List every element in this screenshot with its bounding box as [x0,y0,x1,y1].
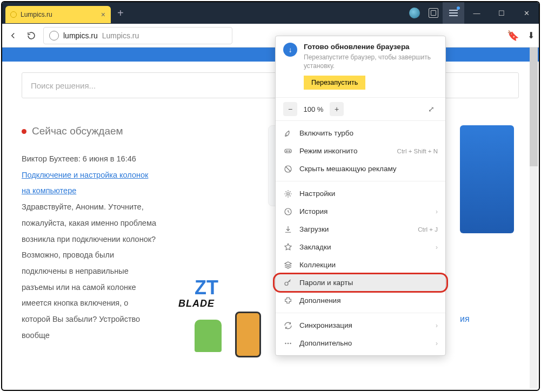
new-tab-button[interactable]: + [117,7,124,19]
zoom-row: − 100 % + ⤢ [276,98,445,121]
star-icon [283,242,293,252]
svg-point-7 [285,343,286,344]
chevron-right-icon: › [436,244,438,251]
search-placeholder: Поиск решения... [31,81,96,90]
maximize-button[interactable]: ☐ [489,2,514,24]
key-icon [283,278,293,288]
logo-text: ZT [195,276,218,299]
menu-item-addons[interactable]: Дополнения [276,292,445,309]
comment-author: Виктор Бухтеев: 6 июня в 16:46 [22,151,157,167]
address-host: lumpics.ru [63,31,98,40]
tab-title: Lumpics.ru [21,11,52,18]
zoom-in-button[interactable]: + [330,102,344,116]
menu-item-settings[interactable]: Настройки [276,185,445,202]
chevron-right-icon: › [436,322,438,329]
svg-rect-0 [285,149,291,153]
svg-point-1 [286,151,288,152]
profile-icon[interactable] [409,8,420,18]
block-icon [283,164,293,174]
menu-item-passwords[interactable]: Пароли и карты [276,274,445,292]
discussing-heading: Сейчас обсуждаем [22,125,157,137]
fullscreen-icon[interactable]: ⤢ [425,103,438,116]
right-column: ия [460,125,519,357]
svg-point-8 [288,343,289,344]
menu-item-downloads[interactable]: Загрузки Ctrl + J [276,220,445,238]
dots-icon [283,339,293,348]
update-subtitle: Перезапустите браузер, чтобы завершить у… [304,53,438,70]
menu-item-history[interactable]: История › [276,202,445,220]
menu-item-hide-ads[interactable]: Скрыть мешающую рекламу [276,160,445,178]
hamburger-icon [449,12,458,13]
menu-item-bookmarks[interactable]: Закладки › [276,238,445,256]
download-arrow-icon: ↓ [283,43,297,57]
main-menu-button[interactable] [443,2,464,24]
address-box[interactable]: lumpics.ru Lumpics.ru [43,27,232,44]
update-title: Готово обновление браузера [304,43,438,51]
svg-point-6 [285,282,288,285]
sync-icon [283,321,293,330]
zoom-value: 100 % [303,105,324,113]
puzzle-icon [283,296,293,306]
notification-dot-icon [457,6,460,10]
comment-link[interactable]: Подключение и настройка колонок на компь… [22,171,148,195]
svg-point-2 [289,151,290,152]
tab-strip: Lumpics.ru × + — ☐ ✕ [2,2,539,24]
zoom-out-button[interactable]: − [283,102,297,116]
mask-icon [283,146,293,156]
restart-button[interactable]: Перезапустить [304,76,365,90]
browser-tab[interactable]: Lumpics.ru × [5,6,111,23]
globe-icon [49,31,59,40]
bookmark-icon[interactable]: 🔖 [507,30,519,42]
chevron-right-icon: › [436,208,438,215]
reload-button[interactable] [25,29,38,42]
scrollbar-thumb[interactable] [530,48,538,166]
browser-menu: ↓ Готово обновление браузера Перезапусти… [275,36,446,356]
address-title: Lumpics.ru [102,31,139,40]
rocket-icon [283,129,293,138]
minimize-button[interactable]: — [464,2,489,24]
android-icon [195,320,222,352]
downloads-icon[interactable]: ⬇ [527,30,535,40]
comment-block: Виктор Бухтеев: 6 июня в 16:46 Подключен… [22,151,157,344]
svg-point-4 [287,193,290,195]
close-window-button[interactable]: ✕ [514,2,539,24]
gear-icon [283,189,293,199]
download-icon [283,225,293,234]
close-tab-icon[interactable]: × [101,10,105,19]
promo-panel[interactable] [460,125,514,233]
comment-body: Здравствуйте, Аноним. Уточните, пожалуйс… [22,199,157,343]
chevron-right-icon: › [436,340,438,347]
menu-item-more[interactable]: Дополнительно › [276,334,445,352]
menu-item-incognito[interactable]: Режим инкогнито Ctrl + Shift + N [276,142,445,160]
right-suffix: ия [460,314,519,324]
update-banner: ↓ Готово обновление браузера Перезапусти… [276,36,445,98]
layers-icon [283,260,293,270]
shortcut-hint: Ctrl + Shift + N [397,148,438,154]
live-dot-icon [22,129,26,134]
back-button[interactable] [6,29,19,42]
site-header-bar [2,48,539,62]
address-bar-row: lumpics.ru Lumpics.ru 🔖 ⬇ [2,24,539,48]
menu-item-collections[interactable]: Коллекции [276,256,445,274]
menu-item-sync[interactable]: Синхронизация › [276,316,445,334]
menu-item-turbo[interactable]: Включить турбо [276,124,445,142]
phone-icon [235,312,261,357]
page-content: Поиск решения... Сейчас обсуждаем Виктор… [2,62,539,357]
shortcut-hint: Ctrl + J [418,226,438,233]
logo-subtext: BLADE [178,298,215,309]
sidebar-discussion: Сейчас обсуждаем Виктор Бухтеев: 6 июня … [22,125,157,357]
svg-point-9 [290,343,291,344]
sidebar-toggle-icon[interactable] [429,8,438,18]
favicon [11,12,16,17]
scrollbar[interactable] [530,48,538,389]
clock-icon [283,207,293,217]
